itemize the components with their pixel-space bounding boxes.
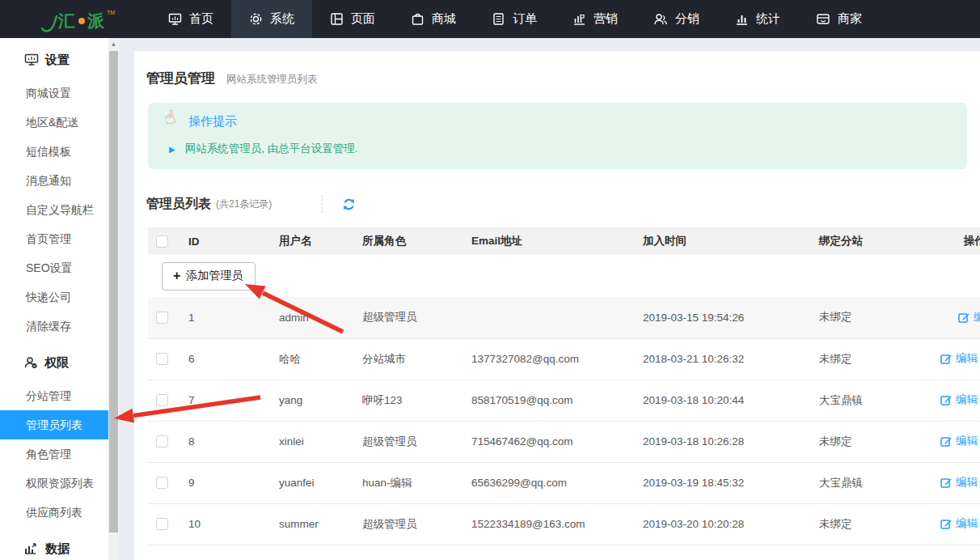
sidebar-permission-list: 分站管理 管理员列表 角色管理 权限资源列表 供应商列表 [0, 381, 108, 527]
nav-item-pages[interactable]: 页面 [312, 0, 393, 38]
tip-text: 网站系统管理员, 由总平台设置管理. [185, 142, 358, 156]
sidebar-item-sms-template[interactable]: 短信模板 [0, 137, 108, 166]
sidebar-item-subsite-manage[interactable]: 分站管理 [0, 381, 108, 410]
sidebar-item-clear-cache[interactable]: 清除缓存 [0, 312, 108, 341]
sidebar-item-custom-navbar[interactable]: 自定义导航栏 [0, 195, 108, 224]
table-row: 9 yuanfei huan-编辑 65636299@qq.com 2019-0… [148, 462, 980, 503]
sidebar-item-admin-list[interactable]: 管理员列表 [0, 410, 108, 439]
edit-pencil-icon [940, 394, 952, 405]
cell-id: 9 [188, 462, 279, 503]
cell-role: 超级管理员 [362, 421, 471, 462]
nav-item-distribution[interactable]: 分销 [636, 0, 717, 38]
col-header-id: ID [188, 227, 279, 255]
row-checkbox[interactable] [156, 435, 168, 448]
sidebar-item-permission-res[interactable]: 权限资源列表 [0, 469, 108, 498]
edit-link[interactable]: 编辑 [940, 434, 978, 448]
edit-link[interactable]: 编辑 [958, 310, 980, 325]
sidebar-item-role-manage[interactable]: 角色管理 [0, 439, 108, 469]
nav-item-label: 系统 [270, 11, 294, 27]
cell-email: 1522334189@163.com [471, 503, 643, 545]
nav-item-stats[interactable]: 统计 [717, 0, 798, 38]
table-row: 1 admin 超级管理员 2019-03-15 19:54:26 未绑定 编辑 [148, 297, 980, 338]
row-checkbox[interactable] [156, 353, 168, 365]
nav-item-marketing[interactable]: 营销 [555, 0, 636, 38]
data-chart-icon [24, 542, 39, 555]
row-checkbox[interactable] [156, 518, 168, 530]
merchant-shop-icon [816, 12, 830, 26]
cell-email [471, 297, 643, 338]
sidebar-group-data[interactable]: 数据 [0, 538, 108, 559]
row-checkbox[interactable] [156, 312, 168, 324]
cell-id: 8 [188, 421, 279, 462]
nav-item-label: 商城 [432, 11, 456, 27]
mall-bag-icon [411, 12, 425, 26]
row-checkbox[interactable] [156, 477, 168, 489]
main-content: 管理员管理 网站系统管理员列表 ☝ 操作提示 ▶ 网站系统管理员, 由总平台设置… [134, 51, 980, 560]
sidebar-item-mall-settings[interactable]: 商城设置 [0, 78, 108, 108]
home-monitor-icon [168, 12, 182, 26]
sidebar-scrollbar[interactable]: ▲ [108, 38, 119, 560]
cell-role: 超级管理员 [362, 503, 471, 545]
cell-role: 咿呀123 [362, 380, 471, 421]
refresh-button[interactable] [342, 197, 356, 211]
sidebar-settings-list: 商城设置 地区&配送 短信模板 消息通知 自定义导航栏 首页管理 SEO设置 快… [0, 78, 108, 341]
edit-label: 编辑 [956, 475, 978, 490]
page-title: 管理员管理 [146, 69, 215, 87]
sidebar-item-seo-settings[interactable]: SEO设置 [0, 253, 108, 282]
nav-item-label: 页面 [351, 11, 375, 27]
cell-site: 大宝鼎镇 [819, 462, 936, 503]
sidebar-group-settings[interactable]: 设置 [0, 49, 108, 70]
nav-item-home[interactable]: 首页 [150, 0, 231, 38]
table-row: 6 哈哈 分站城市 1377327082@qq.com 2018-03-21 1… [148, 338, 980, 380]
cell-username: 哈哈 [279, 338, 362, 380]
cell-joined: 2019-03-18 10:20:44 [643, 380, 819, 421]
col-header-site: 绑定分站 [819, 227, 936, 255]
col-header-role: 所属角色 [362, 227, 471, 255]
edit-link[interactable]: 编辑 [940, 516, 978, 531]
cell-username: summer [279, 503, 362, 545]
add-admin-button[interactable]: + 添加管理员 [162, 262, 256, 291]
nav-item-system[interactable]: 系统 [231, 0, 312, 38]
brand-logo[interactable]: 汇 派 TM [0, 0, 150, 38]
scrollbar-thumb[interactable] [109, 51, 118, 532]
svg-text:汇: 汇 [57, 11, 75, 30]
edit-link[interactable]: 编辑 [940, 392, 978, 407]
page-subtitle: 网站系统管理员列表 [226, 73, 318, 87]
sidebar-item-supplier-list[interactable]: 供应商列表 [0, 498, 108, 527]
col-header-joined: 加入时间 [643, 227, 819, 255]
cell-username: xinlei [279, 421, 362, 462]
brand-logo-icon: 汇 派 TM [40, 5, 131, 34]
nav-item-label: 订单 [513, 11, 537, 27]
edit-link[interactable]: 编辑 [940, 351, 978, 366]
cell-username: yang [279, 380, 362, 421]
sidebar-item-region-delivery[interactable]: 地区&配送 [0, 108, 108, 137]
sidebar-group-permission[interactable]: 权限 [0, 352, 108, 373]
cell-site: 未绑定 [819, 338, 936, 380]
top-navbar: 汇 派 TM 首页 系统 页面 商城 [0, 0, 980, 38]
edit-pencil-icon [958, 312, 969, 323]
nav-item-orders[interactable]: 订单 [474, 0, 555, 38]
cell-id: 10 [188, 503, 279, 545]
cell-email: 1377327082@qq.com [471, 338, 643, 380]
sidebar-item-home-manage[interactable]: 首页管理 [0, 224, 108, 253]
nav-item-mall[interactable]: 商城 [393, 0, 474, 38]
cell-site: 未绑定 [819, 297, 936, 338]
nav-item-merchant[interactable]: 商家 [798, 0, 880, 38]
select-all-checkbox[interactable] [156, 235, 168, 248]
edit-link[interactable]: 编辑 [940, 475, 978, 490]
row-checkbox[interactable] [156, 394, 168, 406]
edit-label: 编辑 [956, 516, 978, 531]
edit-pencil-icon [940, 435, 952, 447]
scroll-up-icon[interactable]: ▲ [108, 40, 119, 49]
sidebar-item-message-notify[interactable]: 消息通知 [0, 166, 108, 195]
cell-joined: 2019-03-19 18:45:32 [643, 462, 819, 503]
toolbar-row: + 添加管理员 [148, 255, 980, 297]
col-header-actions: 操作 [936, 227, 980, 255]
edit-label: 编辑 [974, 310, 980, 325]
table-header-row: ID 用户名 所属角色 Email地址 加入时间 绑定分站 操作 [148, 227, 980, 255]
hand-pointer-icon: ☝ [162, 106, 177, 129]
dashed-divider [322, 195, 323, 213]
sidebar-item-express-company[interactable]: 快递公司 [0, 282, 108, 312]
table-row: 8 xinlei 超级管理员 715467462@qq.com 2019-03-… [148, 421, 980, 462]
col-header-username: 用户名 [279, 227, 362, 255]
